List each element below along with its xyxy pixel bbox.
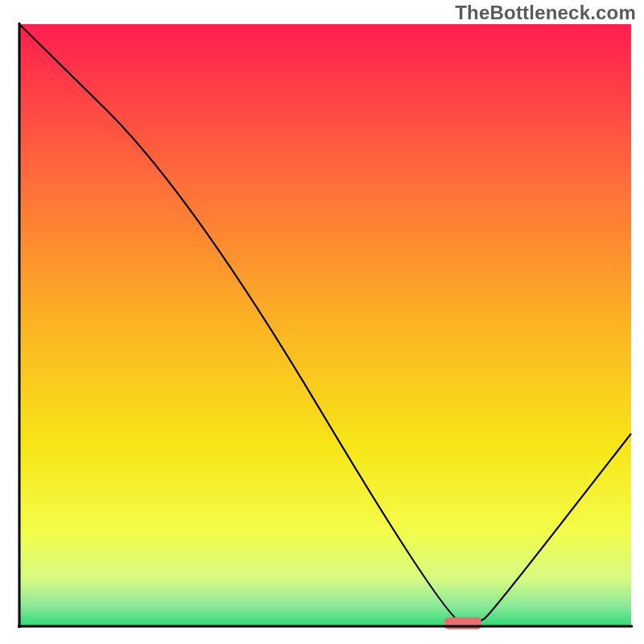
- watermark-label: TheBottleneck.com: [455, 2, 636, 24]
- chart-container: TheBottleneck.com: [0, 0, 644, 644]
- bottleneck-chart: [0, 0, 644, 644]
